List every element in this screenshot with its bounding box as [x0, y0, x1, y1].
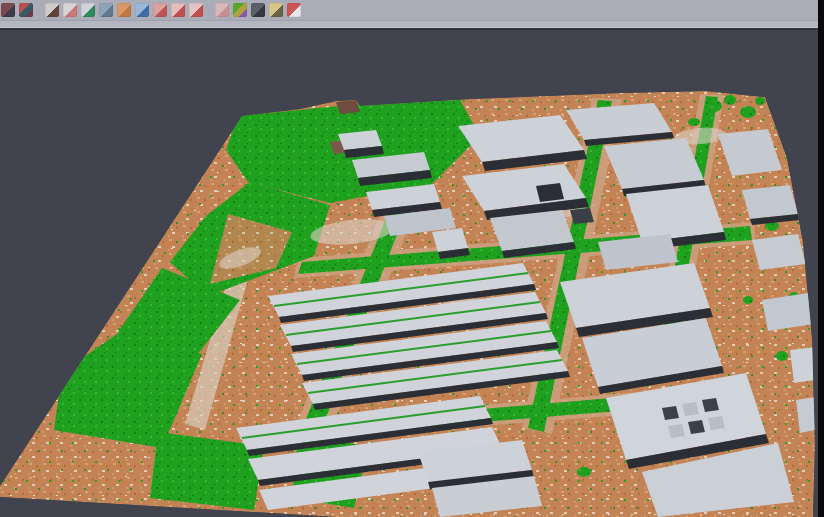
3d-viewport[interactable]	[0, 30, 818, 517]
layer-stack-icon[interactable]	[153, 3, 167, 17]
align-points-icon[interactable]	[19, 3, 33, 17]
surface-mesh-icon[interactable]	[81, 3, 95, 17]
toolbar-icon-row	[0, 0, 818, 20]
crop-region-icon[interactable]	[189, 3, 203, 17]
flag-marker-icon[interactable]	[287, 3, 301, 17]
main-toolbar	[0, 0, 818, 30]
terrain-model-icon[interactable]	[45, 3, 59, 17]
classification-colors-icon[interactable]	[233, 3, 247, 17]
open-project-icon[interactable]	[1, 3, 15, 17]
application-window	[0, 0, 824, 517]
column-profile-icon[interactable]	[99, 3, 113, 17]
control-points-icon[interactable]	[63, 3, 77, 17]
ortho-box-icon[interactable]	[117, 3, 131, 17]
measure-tool-icon[interactable]	[269, 3, 283, 17]
window-right-edge	[818, 0, 824, 517]
checker-filter-icon[interactable]	[215, 3, 229, 17]
globe-view-icon[interactable]	[135, 3, 149, 17]
target-circle-icon[interactable]	[171, 3, 185, 17]
sphere-render-icon[interactable]	[251, 3, 265, 17]
point-cloud-scene	[0, 30, 818, 517]
